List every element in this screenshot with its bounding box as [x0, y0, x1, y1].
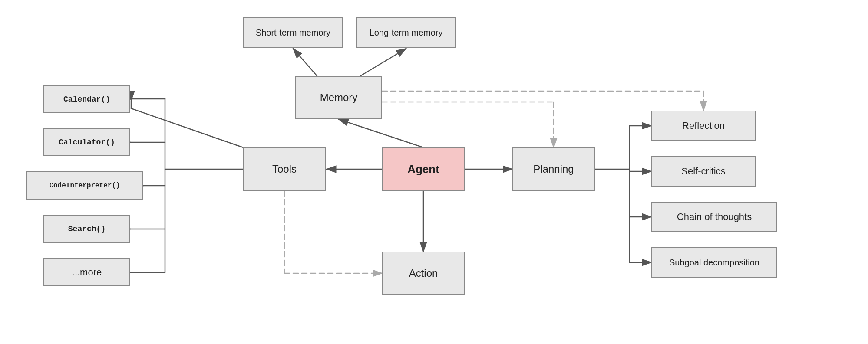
chain-of-thoughts-node: Chain of thoughts [651, 202, 777, 232]
code-interpreter-node: CodeInterpreter() [26, 171, 143, 200]
calendar-node: Calendar() [43, 85, 130, 113]
agent-node: Agent [382, 147, 465, 191]
reflection-node: Reflection [651, 111, 756, 141]
memory-node: Memory [295, 76, 382, 119]
subgoal-decomp-node: Subgoal decomposition [651, 247, 777, 278]
diagram-container: Short-term memory Long-term memory Memor… [0, 0, 868, 344]
search-node: Search() [43, 215, 130, 243]
long-term-memory-node: Long-term memory [356, 17, 456, 48]
svg-line-3 [293, 49, 317, 76]
self-critics-node: Self-critics [651, 156, 756, 187]
action-node: Action [382, 252, 465, 295]
svg-line-9 [131, 108, 243, 147]
tools-node: Tools [243, 147, 326, 191]
svg-line-5 [339, 119, 423, 147]
svg-line-4 [360, 49, 406, 76]
calculator-node: Calculator() [43, 128, 130, 156]
short-term-memory-node: Short-term memory [243, 17, 343, 48]
more-node: ...more [43, 258, 130, 286]
planning-node: Planning [512, 147, 595, 191]
